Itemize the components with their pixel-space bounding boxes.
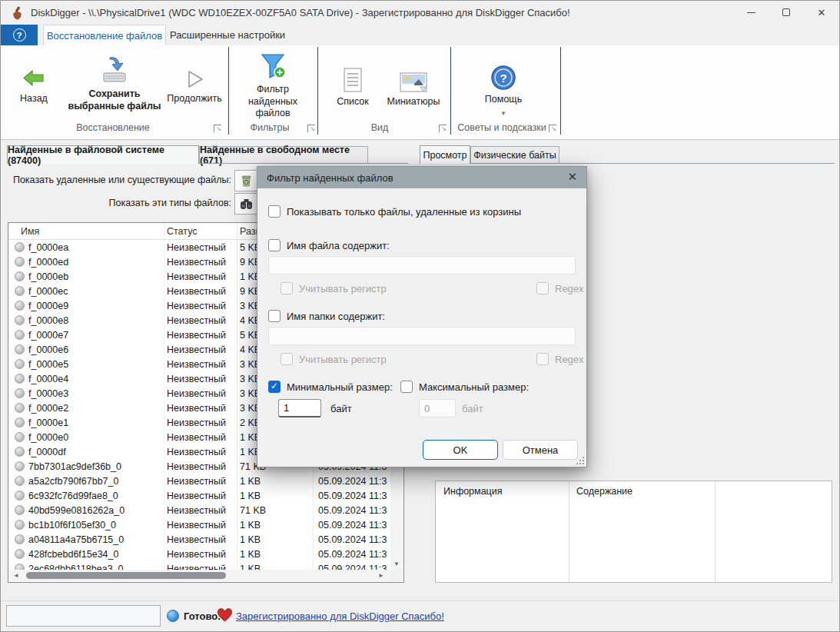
column-header-status[interactable]: Статус — [167, 226, 198, 237]
recycle-only-label: Показывать только файлы, удаленные из ко… — [287, 206, 521, 218]
table-row[interactable]: a5a2cfb790f67bb7_0 Неизвестный 1 KB 05.0… — [8, 474, 390, 489]
unknown-file-icon — [15, 286, 25, 296]
cell-status: Неизвестный — [167, 301, 226, 311]
cell-date: 05.09.2024 11:3 — [318, 491, 390, 501]
foldername-contains-checkbox[interactable] — [268, 310, 281, 322]
cell-name: bc1b10f6f105ef30_0 — [28, 520, 116, 531]
window-title: DiskDigger - \\.\PhysicalDrive1 (WDC WD1… — [31, 7, 570, 18]
group-label-tips: Советы и подсказки — [457, 122, 547, 133]
unknown-file-icon — [15, 520, 25, 530]
funnel-add-icon — [257, 52, 288, 82]
horizontal-scroll-thumb[interactable] — [26, 572, 226, 579]
filename-contains-input[interactable] — [268, 256, 576, 274]
cell-status: Неизвестный — [167, 505, 226, 516]
filename-case-label: Учитывать регистр — [299, 283, 387, 294]
dialog-launcher-icon[interactable]: ↘ — [439, 125, 447, 132]
dialog-launcher-icon[interactable]: ↘ — [549, 125, 556, 132]
column-header-name[interactable]: Имя — [21, 226, 39, 237]
cell-date: 05.09.2024 11:3 — [318, 505, 390, 516]
cell-status: Неизвестный — [167, 359, 226, 370]
foldername-case-checkbox[interactable] — [281, 353, 293, 365]
thumbnails-icon — [399, 68, 428, 93]
back-arrow-icon — [22, 65, 45, 88]
ok-button[interactable]: OK — [423, 440, 498, 460]
unknown-file-icon — [15, 432, 25, 442]
tab-found-in-filesystem[interactable]: Найденные в файловой системе (87400) — [7, 145, 199, 164]
cell-name: f_0000e4 — [28, 374, 68, 384]
cell-name: 6c932fc76d99fae8_0 — [28, 491, 118, 501]
column-header-content[interactable]: Содержание — [576, 486, 632, 497]
table-row[interactable]: a04811a4a75b6715_0 Неизвестный 1 KB 05.0… — [8, 533, 390, 547]
cancel-button[interactable]: Отмена — [503, 440, 578, 460]
cell-size: 1 KB — [240, 520, 261, 531]
help-question-icon: ? — [490, 62, 517, 91]
min-size-label: Минимальный размер: — [287, 381, 393, 393]
registered-link[interactable]: Зарегистрированно для DiskDigger Спасибо… — [236, 610, 444, 622]
foldername-regex-label: Regex — [555, 354, 584, 365]
svg-text:?: ? — [500, 72, 506, 85]
help-button[interactable]: ? Помощь ▼ — [466, 45, 540, 118]
foldername-contains-label: Имя папки содержит: — [287, 311, 385, 322]
status-bar: Готово. Зарегистрированно для DiskDigger… — [1, 600, 839, 631]
horizontal-scrollbar[interactable]: ◄ ► — [9, 570, 390, 581]
cell-status: Неизвестный — [167, 374, 226, 384]
unknown-file-icon — [15, 564, 25, 570]
play-icon — [184, 67, 205, 90]
dialog-launcher-icon[interactable]: ↘ — [214, 125, 221, 132]
dialog-close-icon[interactable]: ✕ — [567, 170, 577, 184]
table-row[interactable]: 40bd599e0816262a_0 Неизвестный 71 KB 05.… — [8, 504, 390, 518]
filename-regex-checkbox[interactable] — [536, 282, 549, 294]
group-label-filters: Фильтры — [233, 122, 307, 133]
save-drive-icon — [99, 55, 130, 85]
filename-contains-checkbox[interactable] — [268, 239, 281, 251]
scroll-down-icon[interactable]: ▼ — [390, 560, 403, 567]
unknown-file-icon — [15, 476, 25, 486]
table-row[interactable]: 2ec68dbb6118bea3_0 Неизвестный 1 KB 05.0… — [8, 562, 390, 570]
cell-name: f_0000e0 — [28, 432, 68, 443]
status-ready-text: Готово. — [184, 610, 221, 622]
tab-file-recovery[interactable]: Восстановление файлов — [43, 25, 166, 45]
cell-status: Неизвестный — [167, 242, 226, 253]
cell-date: 05.09.2024 11:3 — [318, 534, 390, 545]
min-size-input[interactable] — [278, 399, 321, 417]
filename-case-checkbox[interactable] — [281, 282, 293, 294]
close-button[interactable]: ✕ — [804, 1, 839, 24]
scroll-left-icon[interactable]: ◄ — [13, 572, 19, 579]
table-row[interactable]: 428fcbebd6f15e34_0 Неизвестный 1 KB 05.0… — [8, 547, 390, 562]
dialog-launcher-icon[interactable]: ↘ — [307, 125, 315, 132]
max-size-checkbox[interactable] — [400, 381, 413, 393]
tab-found-in-freespace[interactable]: Найденные в свободном месте (671) — [199, 146, 368, 164]
scroll-right-icon[interactable]: ► — [378, 572, 384, 579]
unknown-file-icon — [15, 374, 25, 384]
tab-preview[interactable]: Просмотр — [420, 145, 470, 164]
list-document-icon — [342, 65, 364, 93]
unknown-file-icon — [15, 417, 25, 427]
group-separator — [228, 47, 229, 135]
maximize-button[interactable] — [769, 1, 804, 24]
ribbon-help-button[interactable]: ? — [1, 25, 38, 45]
resume-button[interactable]: Продолжить — [165, 45, 224, 105]
table-row[interactable]: bc1b10f6f105ef30_0 Неизвестный 1 KB 05.0… — [8, 518, 390, 533]
recycle-only-checkbox[interactable] — [268, 205, 281, 218]
foldername-contains-input[interactable] — [268, 327, 576, 345]
max-size-input[interactable] — [419, 399, 456, 417]
tab-advanced-settings[interactable]: Расширенные настройки — [168, 25, 287, 45]
foldername-regex-checkbox[interactable] — [536, 353, 549, 365]
back-button[interactable]: Назад — [10, 45, 58, 105]
filter-found-files-button[interactable]: Фильтр найденных файлов — [231, 45, 314, 120]
save-selected-files-button[interactable]: Сохранить выбранные файлы — [64, 45, 165, 112]
min-size-checkbox[interactable] — [268, 381, 281, 393]
thumbnails-view-button[interactable]: Миниатюры — [382, 45, 445, 108]
dialog-title-bar[interactable]: Фильтр найденных файлов — [257, 167, 586, 188]
list-view-button[interactable]: Список — [328, 45, 377, 108]
cell-status: Неизвестный — [167, 315, 226, 326]
cell-status: Неизвестный — [167, 476, 226, 487]
column-header-information[interactable]: Информация — [443, 486, 503, 497]
cell-date: 05.09.2024 11:3 — [318, 549, 390, 560]
unknown-file-icon — [15, 344, 25, 354]
table-row[interactable]: 6c932fc76d99fae8_0 Неизвестный 1 KB 05.0… — [8, 489, 390, 504]
minimize-button[interactable] — [733, 1, 769, 24]
cell-date: 05.09.2024 11:3 — [318, 476, 390, 487]
max-size-unit: байт — [462, 403, 483, 414]
tab-physical-bytes[interactable]: Физические байты — [470, 146, 559, 164]
